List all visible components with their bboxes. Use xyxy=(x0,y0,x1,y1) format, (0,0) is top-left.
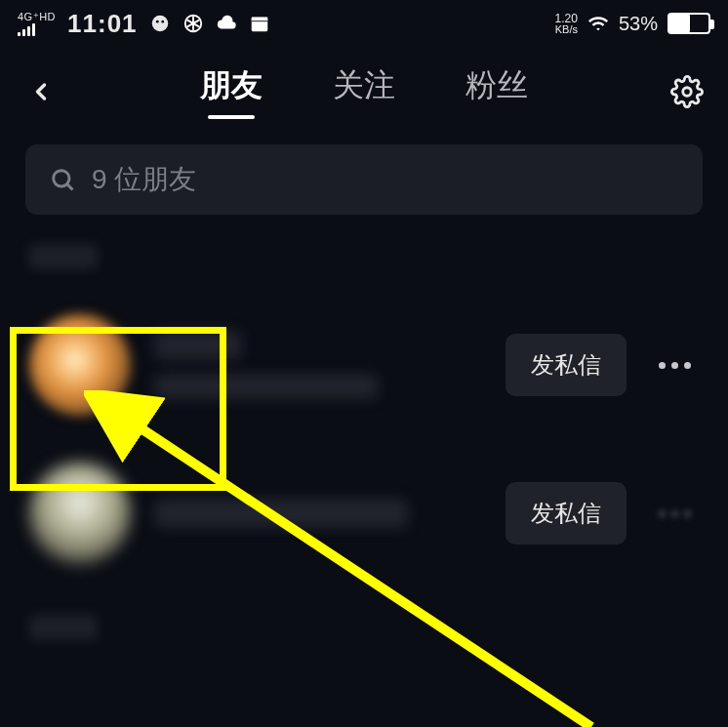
more-button[interactable] xyxy=(650,345,699,384)
section-label xyxy=(29,244,98,269)
friend-subtitle xyxy=(154,374,379,399)
send-dm-button[interactable]: 发私信 xyxy=(506,334,627,396)
svg-point-1 xyxy=(155,20,158,23)
svg-point-7 xyxy=(683,88,692,97)
friend-name xyxy=(154,499,408,528)
clock: 11:01 xyxy=(67,9,138,39)
tab-following[interactable]: 关注 xyxy=(333,64,395,119)
friend-list: 发私信 发私信 xyxy=(0,279,728,587)
friend-name xyxy=(154,331,242,360)
cloud-icon xyxy=(216,13,237,34)
friend-meta xyxy=(154,499,482,528)
gear-icon xyxy=(670,75,704,108)
tab-bar: 朋友 关注 粉丝 xyxy=(70,64,658,119)
signal-indicator: 4G⁺HD xyxy=(18,12,56,36)
app-icon-2 xyxy=(182,13,204,34)
friend-meta xyxy=(154,331,482,399)
avatar[interactable] xyxy=(29,314,131,416)
back-button[interactable] xyxy=(20,70,62,113)
section-label xyxy=(29,615,98,640)
network-label: 4G⁺HD xyxy=(18,12,56,22)
svg-point-8 xyxy=(54,171,69,186)
tab-followers[interactable]: 粉丝 xyxy=(465,64,528,119)
net-speed: 1.20 KB/s xyxy=(555,13,578,35)
battery-percentage: 53% xyxy=(619,13,658,35)
svg-point-2 xyxy=(161,20,164,23)
app-icon-1 xyxy=(149,13,171,34)
friend-row[interactable]: 发私信 xyxy=(29,291,699,439)
settings-button[interactable] xyxy=(666,70,708,113)
search-input[interactable]: 9 位朋友 xyxy=(25,144,703,215)
wifi-icon xyxy=(587,13,609,34)
search-placeholder: 9 位朋友 xyxy=(92,161,196,198)
svg-line-9 xyxy=(67,184,73,190)
tab-friends[interactable]: 朋友 xyxy=(200,64,263,119)
more-button[interactable] xyxy=(650,494,699,533)
chevron-left-icon xyxy=(27,78,55,105)
status-bar: 4G⁺HD 11:01 1.20 KB/s 53% xyxy=(0,0,728,47)
svg-point-0 xyxy=(151,16,168,32)
avatar[interactable] xyxy=(29,463,131,564)
battery-icon xyxy=(667,13,710,34)
calendar-icon xyxy=(249,13,270,34)
svg-rect-6 xyxy=(251,18,267,21)
send-dm-button[interactable]: 发私信 xyxy=(506,482,627,545)
friend-row[interactable]: 发私信 xyxy=(29,439,699,587)
search-icon xyxy=(49,166,76,193)
nav-header: 朋友 关注 粉丝 xyxy=(0,47,728,144)
